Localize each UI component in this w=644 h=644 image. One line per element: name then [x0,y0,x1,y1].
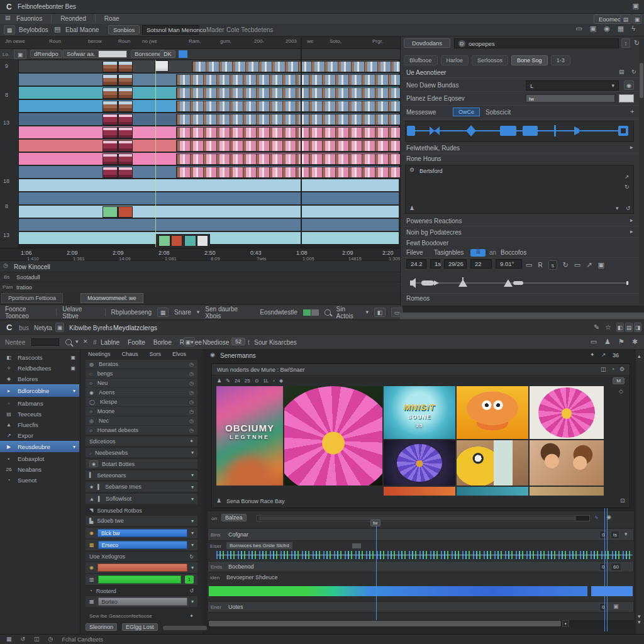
media-thumb-pink-flower[interactable] [530,386,604,439]
list-item[interactable]: ◌ bengs ◷ [86,369,197,379]
layer-row[interactable]: ◉ ▾ [86,562,197,574]
split-icon[interactable]: ◫ [601,367,606,372]
chevron-down-icon[interactable]: ▾ [191,530,194,536]
green-layer-bar[interactable] [98,575,181,584]
list-item[interactable]: ◉ Aoens ◷ [86,388,197,397]
list-item-status-icon[interactable]: ◷ [189,418,194,424]
list-item[interactable]: ○ Moone ◷ [86,407,197,416]
footer-tab[interactable]: EGlgg Lost [122,623,158,631]
h-scrollbar-thumb[interactable] [209,621,561,626]
out-point-line[interactable] [604,508,605,631]
scroll-end-button[interactable]: ▪ [562,620,569,627]
preview-tool-icon[interactable]: ♟ [217,378,221,384]
layer-row[interactable]: ▥ 1 [86,574,197,586]
out-point-line[interactable] [607,508,608,631]
value-box[interactable]: ts [611,531,619,539]
settings-icon[interactable]: ⚙ [619,367,625,372]
value-box[interactable]: 60 [611,563,621,571]
expand-icon[interactable]: ⊡ [620,498,625,504]
track-header-row[interactable]: Ends Bocbenod 0 60 [208,561,634,572]
chevron-down-icon[interactable]: ▾ [191,496,194,502]
list-section[interactable]: ◞Neebesewbs▾ [86,448,197,458]
preview-tool-icon[interactable]: 24 [235,378,240,384]
select-icon[interactable]: ◇ [619,389,623,394]
footer-tab[interactable]: Sleorinon [86,623,117,631]
blue-layer-bar[interactable]: Blck bw [97,529,187,537]
list-item-status-icon[interactable]: ◷ [189,362,194,367]
pages-icon[interactable]: ◫ [34,636,40,642]
media-thumb-flower[interactable] [284,386,382,486]
chevron-down-icon[interactable]: ▾ [191,565,194,570]
gray-layer-bar[interactable]: Borteo [98,597,187,606]
balzea-chip[interactable]: Balzea [221,514,247,521]
chevron-up-icon[interactable]: ▴ [638,353,641,359]
red-layer-bar[interactable] [97,564,187,572]
preview-tool-icon[interactable]: ⊙ [255,378,259,384]
list-item-status-icon[interactable]: ◷ [189,380,194,386]
loop-icon[interactable]: ↺ [189,588,194,594]
track-header-row[interactable]: Ener Uotes 0 ▣ [208,601,634,613]
scrollbar-thumb[interactable] [258,516,576,520]
media-thumb-mascot[interactable] [457,440,528,486]
media-thumb-poster[interactable]: OBCIUMY LEGTNHE [216,386,283,486]
preview-tool-icon[interactable]: ✎ [226,378,230,384]
playhead-line[interactable] [376,526,377,620]
history-icon[interactable]: ◷ [48,636,53,642]
value-box[interactable]: 0 [599,603,607,611]
h-scrollbar[interactable] [163,626,207,630]
blue-layer-bar[interactable]: Erseco [98,541,187,549]
layer-row[interactable]: ◉ Blck bw ▾ [86,528,197,539]
audio-clip-segment[interactable] [591,586,633,596]
chevron-down-icon[interactable]: ▾ [191,450,194,455]
sparkle-icon[interactable]: ✦ [590,352,595,358]
value-box[interactable]: 0 [599,531,607,539]
list-item-status-icon[interactable]: ◷ [189,409,194,414]
bolt-icon[interactable]: ϟ [595,514,597,520]
chevron-down-icon[interactable]: ▾ [191,484,194,490]
list-section[interactable]: Sdicetioos✦ [86,436,197,447]
chevron-down-icon[interactable]: ▾ [625,531,628,537]
audio-waveform[interactable] [216,551,633,559]
chevron-down-icon[interactable]: ▾ [191,542,194,548]
list-item[interactable]: ◯ Klespe ◷ [86,397,197,407]
compare-icon[interactable]: ◔ [611,367,614,372]
export-icon[interactable]: ↗ [601,352,606,358]
list-section[interactable]: ★▍Sebanse Imes▾ [86,482,197,492]
media-thumb-partial[interactable] [530,487,604,496]
list-section[interactable]: Uoe Xetlogros↻ [86,552,197,562]
media-thumb-purple-flower[interactable] [384,440,455,486]
preview-tool-icon[interactable]: 25 [245,378,250,384]
layer-row[interactable]: ▩ Erseco ▾ [86,540,197,551]
clip-handle[interactable] [352,543,361,548]
list-item[interactable]: ◎ Nec ◷ [86,416,197,426]
chevron-down-icon[interactable]: ▾ [191,599,194,604]
timeline-scrollbar[interactable] [257,515,590,521]
value-box[interactable]: 0 [599,563,607,571]
list-item-status-icon[interactable]: ◷ [189,390,194,396]
grid-icon[interactable]: ▦ [6,636,12,642]
layer-row[interactable]: ▦ Borteo ▾ [86,596,197,608]
media-thumb-music[interactable]: MNISiT SOUNE 25 [384,386,455,439]
track-header-row[interactable]: Bins Cofgnar 0 ts ▾ [208,528,634,541]
list-item[interactable]: ◍ Beratos ◷ [86,360,197,369]
list-section[interactable]: ▙Sdoeb twe▾ [86,516,197,526]
media-thumb-girls[interactable] [530,440,604,486]
chevron-down-icon[interactable]: ▾ [191,472,194,478]
green-badge[interactable]: 1 [185,575,194,584]
list-section[interactable]: ▍Seteeonars▾ [86,470,197,480]
list-item[interactable]: ○ Neu ◷ [86,379,197,388]
list-section[interactable]: ◉Botart Bottes [86,459,197,469]
audio-clip-label[interactable]: Bornwces bes Grste Slcfrd [226,542,292,549]
preview-tool-icon[interactable]: 1L [263,378,269,384]
audio-gradient-clip[interactable] [209,586,587,596]
media-thumb-partial[interactable] [457,487,528,496]
list-item[interactable]: ○ Honawt debeots ◷ [86,426,197,435]
m-chip[interactable]: M [613,377,625,384]
list-section[interactable]: ▲▍Soflowlsot▾ [86,494,197,504]
list-item-status-icon[interactable]: ◷ [189,399,194,405]
preview-tool-icon[interactable]: ‹ [273,378,275,384]
list-item-status-icon[interactable]: ◷ [189,371,194,377]
chevron-down-icon[interactable]: ▾ [191,518,194,524]
double-chevron-icon[interactable]: ▾▾ [638,614,641,625]
h-scrollbar-track[interactable]: ▪ [208,620,634,627]
